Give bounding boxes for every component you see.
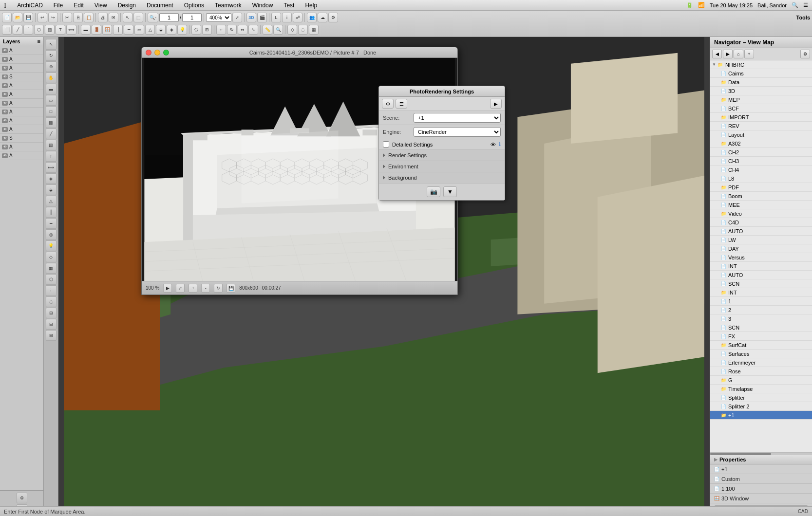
layer-eye-icon[interactable]: 👁 [2, 145, 8, 149]
nav-item[interactable]: 📄 3 [710, 314, 812, 323]
nav-item[interactable]: 📄 SCN [710, 323, 812, 332]
lamp-tool[interactable]: 💡 [46, 240, 57, 251]
poly-btn[interactable]: ⬡ [34, 25, 44, 35]
page-total[interactable]: 1 [182, 13, 202, 22]
nav-item[interactable]: 📄 Surfaces [710, 350, 812, 358]
list-icon[interactable]: ☰ [803, 2, 808, 8]
zoom-select[interactable]: 400% 200% 100% [206, 13, 231, 22]
save-render-btn[interactable]: 💾 [227, 284, 235, 293]
rotate-view-tool[interactable]: ↻ [46, 50, 57, 61]
nav-item[interactable]: 📄 2 [710, 306, 812, 314]
teamwork-btn[interactable]: 👥 [307, 13, 317, 22]
morph-btn[interactable]: ◇ [287, 25, 297, 35]
nav-item[interactable]: 📄 Versus [710, 253, 812, 262]
nav-settings-btn[interactable]: ⚙ [800, 50, 810, 58]
text-tool[interactable]: T [46, 151, 57, 162]
column-tool[interactable]: ┃ [46, 207, 57, 218]
layer-eye-icon[interactable]: 👁 [2, 136, 8, 141]
nav-item[interactable]: 📄 LW [710, 236, 812, 244]
settings-gear-btn[interactable]: ⚙ [328, 13, 338, 22]
grab-btn[interactable]: ☍ [293, 13, 302, 22]
layer-eye-icon[interactable]: 👁 [2, 66, 8, 71]
menu-options[interactable]: Options [182, 2, 206, 9]
wall-btn[interactable]: ▬ [81, 25, 91, 35]
nav-item[interactable]: 📁 Data [710, 78, 812, 87]
shell-btn[interactable]: ◌ [298, 25, 308, 35]
mesh-btn[interactable]: ▦ [309, 25, 319, 35]
engine-select[interactable]: CineRender [414, 127, 501, 137]
element-tool[interactable]: ⊞ [46, 308, 57, 318]
finder-btn[interactable]: 🔍 [273, 25, 283, 35]
nav-item[interactable]: 📄 Boom [710, 192, 812, 201]
dim-btn[interactable]: ⟺ [66, 25, 76, 35]
nav-item[interactable]: 📄 Splitter 2 [710, 402, 812, 411]
menu-document[interactable]: Document [145, 2, 175, 9]
railing-tool[interactable]: ⋮ [46, 285, 57, 296]
menu-edit[interactable]: Edit [72, 2, 86, 9]
nav-item[interactable]: 📁 A302 [710, 139, 812, 148]
layer-eye-icon[interactable]: 👁 [2, 118, 8, 123]
text-btn[interactable]: T [56, 25, 65, 35]
scale-btn[interactable]: ⤡ [248, 25, 258, 35]
menu-window[interactable]: Window [250, 2, 275, 9]
nav-back-btn[interactable]: ◀ [712, 50, 722, 58]
nav-item[interactable]: 📄 Erlenmeyer [710, 358, 812, 367]
info-icon[interactable]: ℹ [499, 141, 501, 147]
nav-item[interactable]: 📁 IMPORT [710, 113, 812, 122]
nav-item[interactable]: 📄 CH3 [710, 157, 812, 166]
background-section[interactable]: Background [379, 172, 505, 184]
render-btn[interactable]: 🎬 [257, 13, 267, 22]
pointer-tool[interactable]: ↖ [46, 39, 57, 50]
elevation-tool[interactable]: ⊞ [46, 330, 57, 341]
search-icon[interactable]: 🔍 [792, 2, 798, 8]
nav-item[interactable]: 📄 1 [710, 297, 812, 306]
nav-item[interactable]: 📁 SurfCat [710, 341, 812, 350]
layer-eye-icon[interactable]: 👁 [2, 110, 8, 114]
zoom-out-btn[interactable]: 🔍- [148, 13, 158, 22]
layer-eye-icon[interactable]: 👁 [2, 74, 8, 79]
menu-view[interactable]: View [93, 2, 109, 9]
list-item[interactable]: 👁 A [0, 55, 43, 64]
zoom-out-btn[interactable]: - [201, 284, 210, 293]
zoom-tool[interactable]: ⊕ [46, 61, 57, 72]
layer-eye-icon[interactable]: 👁 [2, 48, 8, 53]
slab-tool[interactable]: ▩ [46, 117, 57, 128]
measure-btn[interactable]: 📏 [263, 25, 272, 35]
mesh-tool[interactable]: ▦ [46, 263, 57, 274]
window-tool[interactable]: □ [46, 106, 57, 117]
select-btn[interactable]: ↖ [123, 13, 132, 22]
fill-tool[interactable]: ▧ [46, 140, 57, 150]
zone-tool[interactable]: ◈ [46, 173, 57, 184]
list-item[interactable]: 👁 A [0, 64, 43, 73]
menu-design[interactable]: Design [116, 2, 138, 9]
wall-tool[interactable]: ▬ [46, 84, 57, 94]
properties-collapse-icon[interactable]: ▶ [714, 457, 718, 462]
play-btn[interactable]: ▶ [163, 284, 172, 293]
maximize-button[interactable] [163, 50, 169, 55]
door-tool[interactable]: ▭ [46, 95, 57, 106]
open-btn[interactable]: 📂 [13, 13, 22, 22]
menu-teamwork[interactable]: Teamwork [213, 2, 244, 9]
door-btn[interactable]: 🚪 [92, 25, 101, 35]
dropdown-btn[interactable]: ▼ [443, 186, 457, 197]
mirror-btn[interactable]: ⇔ [238, 25, 247, 35]
curtain-tool[interactable]: ⬡ [46, 274, 57, 285]
close-button[interactable] [146, 50, 151, 55]
nav-item[interactable]: 📄 Splitter [710, 393, 812, 402]
nav-item[interactable]: 📄 AUTO [710, 227, 812, 236]
zoom-in-btn[interactable]: + [189, 284, 197, 293]
pan-tool[interactable]: ✋ [46, 73, 57, 83]
minimize-button[interactable] [154, 50, 160, 55]
layer-btn[interactable]: L [271, 13, 281, 22]
nav-item[interactable]: 📄 DAY [710, 244, 812, 253]
grid-btn[interactable]: ⊞ [202, 25, 212, 35]
camera-icon-btn[interactable]: 📷 [427, 186, 440, 197]
nav-plus-btn[interactable]: + [744, 50, 754, 58]
stair-btn[interactable]: ⬙ [156, 25, 166, 35]
save-btn[interactable]: 💾 [23, 13, 33, 22]
list-item[interactable]: 👁 A [0, 108, 43, 116]
nav-item[interactable]: 📄 3D [710, 87, 812, 95]
settings-list-icon[interactable]: ☰ [396, 99, 407, 109]
nav-item[interactable]: 📄 MEE [710, 201, 812, 209]
new-btn[interactable]: 📄 [2, 13, 12, 22]
